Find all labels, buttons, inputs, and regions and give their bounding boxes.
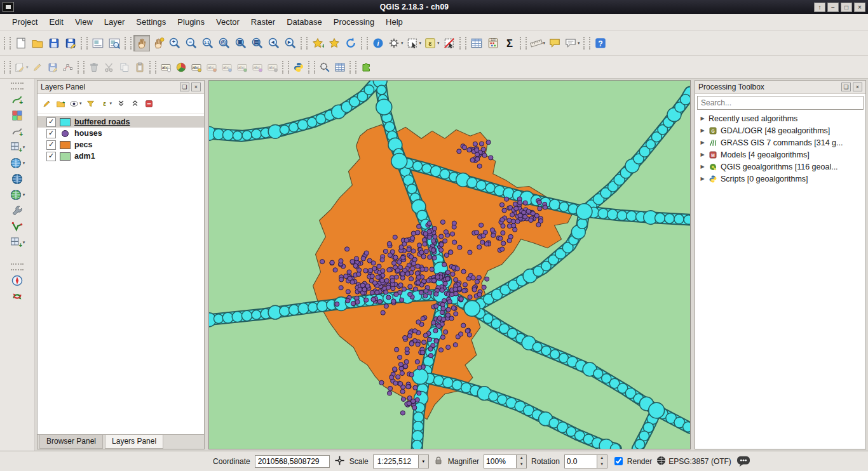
minimize-button[interactable]: −: [827, 3, 839, 12]
rotate-label-button[interactable]: abc: [250, 60, 265, 75]
new-composer-button[interactable]: [90, 35, 106, 51]
expand-arrow-icon[interactable]: ▶: [700, 128, 705, 133]
manage-map-themes-button[interactable]: ▾: [68, 97, 83, 110]
rotation-down-button[interactable]: ▼: [597, 461, 607, 468]
toolbar-grip[interactable]: [125, 37, 132, 50]
python-console-button[interactable]: [291, 60, 306, 75]
toolbox-search-input[interactable]: [697, 96, 864, 110]
rotation-input[interactable]: [565, 456, 597, 467]
composer-manager-button[interactable]: [106, 35, 123, 51]
layer-label[interactable]: pecs: [74, 140, 93, 149]
metasearch-catalog-button[interactable]: [10, 171, 25, 187]
layer-item-adm1[interactable]: ✓adm1: [37, 150, 204, 162]
layer-item-pecs[interactable]: ✓pecs: [37, 139, 204, 150]
tab-browser-panel[interactable]: Browser Panel: [39, 435, 103, 449]
save-project-as-button[interactable]: [62, 35, 79, 51]
refresh-map-button[interactable]: [342, 35, 359, 51]
cloud-plugin-button[interactable]: ▾: [8, 187, 27, 202]
attributes-grid-button[interactable]: [332, 60, 348, 75]
pan-map-button[interactable]: [133, 35, 150, 51]
deselect-features-button[interactable]: [441, 35, 458, 51]
close-panel-button[interactable]: ×: [853, 83, 862, 91]
layer-checkbox[interactable]: ✓: [46, 140, 56, 150]
menu-edit[interactable]: Edit: [43, 15, 69, 29]
pan-to-selection-button[interactable]: [150, 35, 166, 51]
pin-labels-button[interactable]: abc: [204, 60, 219, 75]
current-edits-button[interactable]: ▾: [13, 60, 30, 75]
toolbar-grip[interactable]: [4, 61, 11, 74]
menu-project[interactable]: Project: [6, 15, 43, 29]
expand-arrow-icon[interactable]: ▶: [700, 140, 705, 145]
menu-plugins[interactable]: Plugins: [172, 15, 210, 29]
toolbox-group-5[interactable]: ▶Scripts [0 geoalgorithms]: [695, 173, 865, 185]
web-plugin-button[interactable]: ▾: [8, 155, 27, 171]
layer-item-houses[interactable]: ✓houses: [37, 128, 204, 139]
show-bookmarks-button[interactable]: [326, 35, 342, 51]
layer-checkbox[interactable]: ✓: [46, 129, 56, 138]
offline-editing-button[interactable]: [10, 202, 25, 218]
map-canvas[interactable]: [208, 80, 691, 449]
toolbar-grip[interactable]: [459, 37, 466, 50]
coordinate-input[interactable]: [255, 455, 330, 468]
collapse-all-button[interactable]: [128, 97, 141, 110]
measure-button[interactable]: ▾: [529, 35, 547, 51]
change-label-properties-button[interactable]: abc: [265, 60, 280, 75]
filter-by-expression-button[interactable]: ε▾: [98, 97, 114, 110]
node-tool-button[interactable]: [60, 60, 76, 75]
select-by-expression-button[interactable]: ε▾: [423, 35, 441, 51]
layer-item-buffered-roads[interactable]: ✓buffered roads: [37, 116, 204, 128]
menu-database[interactable]: Database: [281, 15, 328, 29]
toolbox-group-3[interactable]: ▶MModels [4 geoalgorithms]: [695, 149, 865, 161]
menu-vector[interactable]: Vector: [210, 15, 245, 29]
menu-raster[interactable]: Raster: [245, 15, 281, 29]
toolbar-grip[interactable]: [361, 37, 368, 50]
layer-label[interactable]: houses: [74, 129, 102, 138]
close-button[interactable]: ×: [854, 3, 865, 12]
raster-grid-tools-button[interactable]: [10, 107, 25, 123]
open-attribute-table-button[interactable]: [468, 35, 485, 51]
toolbox-group-4[interactable]: ▶QGIS geoalgorithms [116 geoal...: [695, 161, 865, 173]
table-manager-button[interactable]: +▾: [8, 234, 27, 250]
toolbox-group-2[interactable]: ▶GRASS GIS 7 commands [314 g...: [695, 136, 865, 149]
rotation-up-button[interactable]: ▲: [597, 455, 607, 461]
layer-label[interactable]: adm1: [74, 152, 95, 161]
magnifier-up-button[interactable]: ▲: [517, 455, 526, 461]
close-panel-button[interactable]: ×: [191, 83, 201, 91]
remove-layer-group-button[interactable]: [142, 97, 155, 110]
expand-arrow-icon[interactable]: ▶: [700, 164, 705, 169]
paste-features-button[interactable]: [132, 60, 147, 75]
zoom-last-button[interactable]: ◂: [266, 35, 282, 51]
identify-features-button[interactable]: i: [370, 35, 386, 51]
zoom-to-layer-button[interactable]: ▤: [249, 35, 266, 51]
magnifier-input[interactable]: [484, 456, 516, 467]
toolbox-group-1[interactable]: ▶GGDAL/OGR [48 geoalgorithms]: [695, 124, 865, 136]
zoom-next-button[interactable]: ▸: [282, 35, 299, 51]
toolbar-grip[interactable]: [4, 37, 11, 50]
tab-layers-panel[interactable]: Layers Panel: [105, 435, 163, 449]
add-polyline-feature-button[interactable]: +: [10, 91, 25, 107]
labeling-highlight-button[interactable]: abc: [189, 60, 204, 75]
open-project-button[interactable]: [29, 35, 46, 51]
render-checkbox[interactable]: [614, 457, 623, 465]
move-label-button[interactable]: abc: [234, 60, 250, 75]
lock-scale-button[interactable]: [433, 455, 444, 467]
toolbox-group-0[interactable]: ▶Recently used algorithms: [695, 112, 865, 124]
new-project-button[interactable]: [13, 35, 29, 51]
road-graph-button[interactable]: [10, 218, 25, 234]
toolbar-grip[interactable]: [11, 83, 24, 90]
toolbar-grip[interactable]: [81, 37, 88, 50]
float-panel-button[interactable]: ❏: [841, 83, 851, 91]
toolbar-grip[interactable]: [308, 61, 315, 74]
expand-all-button[interactable]: [114, 97, 127, 110]
toolbar-grip[interactable]: [583, 37, 590, 50]
add-group-button[interactable]: +: [54, 97, 67, 110]
text-annotation-button[interactable]: ▾: [563, 35, 581, 51]
help-button[interactable]: ?: [592, 35, 609, 51]
zoom-full-extent-button[interactable]: ◎: [216, 35, 233, 51]
layer-label[interactable]: buffered roads: [74, 117, 130, 126]
scale-combo[interactable]: 1:225,512 ▾: [373, 454, 429, 468]
crs-status[interactable]: EPSG:3857 (OTF): [656, 456, 731, 467]
map-tips-button[interactable]: [546, 35, 563, 51]
filter-legend-button[interactable]: [85, 97, 97, 110]
zoom-in-button[interactable]: +: [166, 35, 183, 51]
